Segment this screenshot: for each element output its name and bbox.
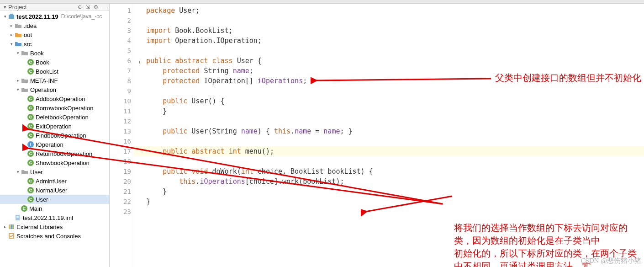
line-number[interactable]: 9: [110, 86, 134, 96]
tree-item-addbookoperation[interactable]: CAddbookOperation: [0, 94, 109, 103]
tree-item-ioperation[interactable]: IIOperation: [0, 140, 109, 149]
folder-icon: [21, 50, 28, 56]
tree-item-user[interactable]: ▾User: [0, 167, 109, 176]
tree-item-deletbookoperation[interactable]: CDeletbookOperation: [0, 112, 109, 122]
tree-item-meta-inf[interactable]: ▸META-INF: [0, 76, 109, 85]
code-line[interactable]: [146, 207, 644, 217]
tree-item-book[interactable]: CBook: [0, 58, 109, 67]
code-area[interactable]: package User;import Book.BookList;import…: [134, 4, 644, 267]
code-line[interactable]: import Operation.IOperation;: [146, 36, 644, 46]
tree-item-main[interactable]: CMain: [0, 204, 109, 213]
code-line[interactable]: public abstract class User {: [146, 56, 644, 66]
line-number[interactable]: 3: [110, 26, 134, 36]
tree-item-exitoperation[interactable]: CExitOperation: [0, 122, 109, 131]
line-number[interactable]: 1: [110, 5, 134, 16]
code-line[interactable]: [146, 136, 644, 146]
folder-icon: [15, 22, 22, 29]
code-editor[interactable]: 123456⬇789101112131617ⓘ181920212223 pack…: [110, 4, 644, 267]
line-number[interactable]: 8: [110, 76, 134, 86]
tree-item-test.2022.11.19.iml[interactable]: test.2022.11.19.iml: [0, 213, 109, 222]
code-line[interactable]: public User() {: [146, 96, 644, 106]
tree-item-operation[interactable]: ▾Operation: [0, 85, 109, 94]
hide-icon[interactable]: —: [101, 4, 107, 11]
code-line[interactable]: public abstract int menu();: [134, 146, 644, 156]
svg-rect-1: [10, 14, 13, 15]
tree-item-booklist[interactable]: CBookList: [0, 67, 109, 76]
code-line[interactable]: [146, 86, 644, 96]
class-icon: C: [27, 160, 34, 166]
code-line[interactable]: import Book.BookList;: [146, 26, 644, 36]
class-icon: C: [27, 123, 34, 129]
line-number[interactable]: 4: [110, 36, 134, 46]
gear-icon[interactable]: ⚙: [93, 4, 99, 11]
code-line[interactable]: package User;: [146, 5, 644, 16]
class-icon: C: [27, 150, 34, 157]
line-number[interactable]: 19: [110, 166, 134, 176]
class-icon: C: [27, 114, 34, 120]
code-line[interactable]: [146, 46, 644, 56]
tree-item-borrowbookoperation[interactable]: CBorrowbookOperation: [0, 103, 109, 112]
line-number[interactable]: 6⬇: [110, 56, 134, 66]
line-number[interactable]: 10: [110, 96, 134, 106]
project-tree[interactable]: ▾ test.2022.11.19 D:\code\java_-cc ▸.ide…: [0, 11, 109, 241]
external-libraries[interactable]: ▸ External Libraries: [0, 222, 109, 231]
tree-item-normaluser[interactable]: CNormalUser: [0, 186, 109, 195]
code-line[interactable]: public void doWork(int choice, BookList …: [146, 166, 644, 176]
tree-item-out[interactable]: ▸out: [0, 30, 109, 39]
tree-item-showbookoperation[interactable]: CShowbookOperation: [0, 158, 109, 167]
line-number[interactable]: 17ⓘ: [110, 146, 134, 156]
class-icon: C: [27, 59, 34, 65]
line-number[interactable]: 2: [110, 16, 134, 26]
line-number[interactable]: 18: [110, 156, 134, 166]
code-line[interactable]: this.iOperations[choice].work(bookList);: [146, 176, 644, 187]
collapse-icon[interactable]: ▾: [2, 4, 8, 11]
class-icon: C: [27, 96, 34, 102]
folder-icon: [21, 86, 28, 93]
line-number[interactable]: 20: [110, 176, 134, 187]
class-icon: C: [27, 196, 34, 203]
class-icon: C: [21, 205, 27, 212]
line-number[interactable]: 7: [110, 66, 134, 76]
line-number[interactable]: 23: [110, 207, 134, 217]
tree-item-src[interactable]: ▾src: [0, 39, 109, 48]
library-icon: [8, 224, 15, 230]
svg-rect-5: [9, 224, 10, 229]
annotation-text-1: 父类中创建接口的数组但并不初始化: [495, 71, 641, 84]
tree-item-admintuser[interactable]: CAdmintUser: [0, 176, 109, 186]
tree-item-book[interactable]: ▾Book: [0, 48, 109, 58]
svg-rect-3: [16, 216, 19, 217]
line-number[interactable]: 5: [110, 46, 134, 56]
expand-icon[interactable]: ⇲: [84, 4, 91, 11]
chevron-right-icon[interactable]: ▸: [2, 224, 8, 229]
code-line[interactable]: }: [146, 197, 644, 207]
project-root-name: test.2022.11.19: [16, 13, 58, 20]
chevron-down-icon[interactable]: ▾: [2, 14, 8, 19]
tree-root[interactable]: ▾ test.2022.11.19 D:\code\java_-cc: [0, 12, 109, 21]
code-line[interactable]: [146, 116, 644, 126]
folder-icon: [15, 32, 22, 38]
line-gutter[interactable]: 123456⬇789101112131617ⓘ181920212223: [110, 4, 134, 267]
svg-rect-4: [16, 217, 19, 218]
code-line[interactable]: [146, 156, 644, 166]
tree-item-user[interactable]: CUser: [0, 195, 109, 204]
line-number[interactable]: 21: [110, 187, 134, 197]
folder-icon: [21, 169, 28, 175]
project-label: Project: [8, 4, 26, 11]
watermark: CSDN @悲伤猪小猪: [581, 256, 641, 265]
code-line[interactable]: [146, 16, 644, 26]
code-line[interactable]: }: [146, 106, 644, 116]
code-line[interactable]: public User(String name) { this.name = n…: [146, 126, 644, 136]
tree-item-findbookoperation[interactable]: CFindbookOperation: [0, 131, 109, 140]
tree-item-.idea[interactable]: ▸.idea: [0, 21, 109, 30]
line-number[interactable]: 11: [110, 106, 134, 116]
select-opened-icon[interactable]: ⊙: [76, 4, 83, 11]
scratches-consoles[interactable]: Scratches and Consoles: [0, 231, 109, 240]
line-number[interactable]: 22: [110, 197, 134, 207]
editor-tabs[interactable]: [0, 0, 644, 4]
line-number[interactable]: 16: [110, 136, 134, 146]
line-number[interactable]: 12: [110, 116, 134, 126]
code-line[interactable]: }: [146, 187, 644, 197]
class-icon: C: [27, 132, 34, 139]
tree-item-returnbookoperation[interactable]: CReturnbookOperation: [0, 149, 109, 158]
line-number[interactable]: 13: [110, 126, 134, 136]
